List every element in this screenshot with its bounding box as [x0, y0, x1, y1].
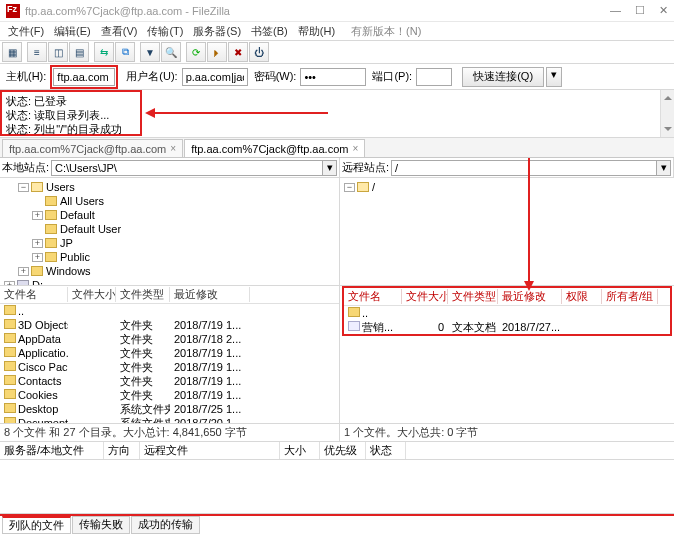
user-input[interactable] — [182, 68, 248, 86]
quick-connect-bar: 主机(H): 用户名(U): 密码(W): 端口(P): 快速连接(Q) ▾ — [0, 64, 674, 90]
local-site-label: 本地站点: — [2, 160, 49, 175]
remote-file-list[interactable]: 文件名 文件大小 文件类型 最近修改 权限 所有者/组 营销...0文本文档20… — [340, 286, 674, 423]
local-site-dropdown[interactable]: ▾ — [323, 160, 337, 176]
title-bar: ftp.aa.com%7Cjack@ftp.aa.com - FileZilla… — [0, 0, 674, 22]
local-site-input[interactable] — [51, 160, 323, 176]
status-log: 状态: 已登录 状态: 读取目录列表... 状态: 列出"/"的目录成功 — [0, 90, 674, 138]
status-scrollbar[interactable] — [660, 90, 674, 137]
toolbar: ▦ ≡ ◫ ▤ ⇆ ⧉ ▼ 🔍 ⟳ ⏵ ✖ ⏻ — [0, 40, 674, 64]
list-item[interactable]: Desktop系统文件夹2018/7/25 1... — [0, 402, 339, 416]
parent-dir-row[interactable] — [344, 306, 670, 320]
status-line-3: 列出"/"的目录成功 — [34, 123, 122, 135]
col-perm[interactable]: 权限 — [562, 289, 602, 304]
status-line-2: 读取目录列表... — [34, 109, 109, 121]
refresh-button[interactable]: ⟳ — [186, 42, 206, 62]
app-logo-icon — [6, 4, 20, 18]
conn-tab-2[interactable]: ftp.aa.com%7Cjack@ftp.aa.com× — [184, 139, 365, 157]
col-name[interactable]: 文件名 — [0, 287, 68, 302]
col-date[interactable]: 最近修改 — [170, 287, 250, 302]
disconnect-button[interactable]: ⏻ — [249, 42, 269, 62]
menu-transfer[interactable]: 传输(T) — [143, 24, 187, 39]
queue-tabs: 列队的文件 传输失败 成功的传输 — [0, 514, 674, 534]
site-bars: 本地站点: ▾ 远程站点: ▾ — [0, 158, 674, 178]
menu-file[interactable]: 文件(F) — [4, 24, 48, 39]
menu-new-version[interactable]: 有新版本！(N) — [347, 24, 425, 39]
menu-bookmarks[interactable]: 书签(B) — [247, 24, 292, 39]
list-item[interactable]: Cookies文件夹2018/7/19 1... — [0, 388, 339, 402]
cancel-button[interactable]: ✖ — [228, 42, 248, 62]
maximize-button[interactable]: ☐ — [635, 4, 645, 17]
status-highlight: 状态: 已登录 状态: 读取目录列表... 状态: 列出"/"的目录成功 — [0, 90, 142, 136]
col-owner[interactable]: 所有者/组 — [602, 289, 658, 304]
list-item[interactable]: Applicatio...文件夹2018/7/19 1... — [0, 346, 339, 360]
tab-close-icon[interactable]: × — [352, 143, 358, 154]
file-lists: 文件名 文件大小 文件类型 最近修改 3D Objects文件夹2018/7/1… — [0, 286, 674, 424]
toggle-log-button[interactable]: ≡ — [27, 42, 47, 62]
minimize-button[interactable]: — — [610, 4, 621, 17]
host-input[interactable] — [53, 68, 115, 86]
qcol-status[interactable]: 状态 — [366, 442, 406, 459]
window-title: ftp.aa.com%7Cjack@ftp.aa.com - FileZilla — [25, 5, 610, 17]
qcol-remote[interactable]: 远程文件 — [140, 442, 280, 459]
list-item[interactable]: Contacts文件夹2018/7/19 1... — [0, 374, 339, 388]
queue-tab-queued[interactable]: 列队的文件 — [2, 516, 71, 534]
pass-label: 密码(W): — [254, 69, 297, 84]
col-name[interactable]: 文件名 — [344, 289, 402, 304]
port-input[interactable] — [416, 68, 452, 86]
connection-tabs: ftp.aa.com%7Cjack@ftp.aa.com× ftp.aa.com… — [0, 138, 674, 158]
sitemanager-button[interactable]: ▦ — [2, 42, 22, 62]
menu-edit[interactable]: 编辑(E) — [50, 24, 95, 39]
annotation-arrow-left — [148, 112, 328, 114]
local-status: 8 个文件 和 27 个目录。大小总计: 4,841,650 字节 — [0, 424, 340, 441]
list-item[interactable]: AppData文件夹2018/7/18 2... — [0, 332, 339, 346]
menu-server[interactable]: 服务器(S) — [189, 24, 245, 39]
qcol-prio[interactable]: 优先级 — [320, 442, 366, 459]
qcol-size[interactable]: 大小 — [280, 442, 320, 459]
queue-tab-success[interactable]: 成功的传输 — [131, 516, 200, 534]
list-item[interactable]: Cisco Pack...文件夹2018/7/19 1... — [0, 360, 339, 374]
col-type[interactable]: 文件类型 — [116, 287, 170, 302]
list-item[interactable]: 3D Objects文件夹2018/7/19 1... — [0, 318, 339, 332]
remote-tree[interactable]: −/ — [340, 178, 674, 285]
remote-site-dropdown[interactable]: ▾ — [657, 160, 671, 176]
list-item[interactable]: Documents系统文件夹2018/7/20 1... — [0, 416, 339, 423]
toggle-tree-button[interactable]: ◫ — [48, 42, 68, 62]
annotation-arrow-down — [528, 158, 530, 286]
queue-area[interactable] — [0, 460, 674, 514]
search-button[interactable]: 🔍 — [161, 42, 181, 62]
local-file-list[interactable]: 文件名 文件大小 文件类型 最近修改 3D Objects文件夹2018/7/1… — [0, 286, 340, 423]
conn-tab-1[interactable]: ftp.aa.com%7Cjack@ftp.aa.com× — [2, 139, 183, 157]
col-size[interactable]: 文件大小 — [68, 287, 116, 302]
queue-tab-failed[interactable]: 传输失败 — [72, 516, 130, 534]
list-status-bars: 8 个文件 和 27 个目录。大小总计: 4,841,650 字节 1 个文件。… — [0, 424, 674, 442]
annotation-redline — [0, 514, 674, 516]
menu-view[interactable]: 查看(V) — [97, 24, 142, 39]
user-label: 用户名(U): — [126, 69, 177, 84]
parent-dir-row[interactable] — [0, 304, 339, 318]
pass-input[interactable] — [300, 68, 366, 86]
col-size[interactable]: 文件大小 — [402, 289, 448, 304]
quick-connect-button[interactable]: 快速连接(Q) — [462, 67, 544, 87]
remote-site-label: 远程站点: — [342, 160, 389, 175]
list-item[interactable]: 营销...0文本文档2018/7/27... — [344, 320, 670, 334]
port-label: 端口(P): — [372, 69, 412, 84]
local-tree[interactable]: −Users All Users +Default Default User +… — [0, 178, 340, 285]
tree-panes: −Users All Users +Default Default User +… — [0, 178, 674, 286]
col-type[interactable]: 文件类型 — [448, 289, 498, 304]
close-button[interactable]: ✕ — [659, 4, 668, 17]
remote-status: 1 个文件。大小总共: 0 字节 — [340, 424, 674, 441]
menu-help[interactable]: 帮助(H) — [294, 24, 339, 39]
host-label: 主机(H): — [6, 69, 46, 84]
menu-bar: 文件(F) 编辑(E) 查看(V) 传输(T) 服务器(S) 书签(B) 帮助(… — [0, 22, 674, 40]
tab-close-icon[interactable]: × — [170, 143, 176, 154]
quick-connect-dropdown[interactable]: ▾ — [546, 67, 562, 87]
toggle-queue-button[interactable]: ▤ — [69, 42, 89, 62]
qcol-server[interactable]: 服务器/本地文件 — [0, 442, 104, 459]
qcol-dir[interactable]: 方向 — [104, 442, 140, 459]
compare-button[interactable]: ⧉ — [115, 42, 135, 62]
sync-browse-button[interactable]: ⇆ — [94, 42, 114, 62]
remote-site-input[interactable] — [391, 160, 657, 176]
status-line-1: 已登录 — [34, 95, 67, 107]
process-queue-button[interactable]: ⏵ — [207, 42, 227, 62]
filter-button[interactable]: ▼ — [140, 42, 160, 62]
